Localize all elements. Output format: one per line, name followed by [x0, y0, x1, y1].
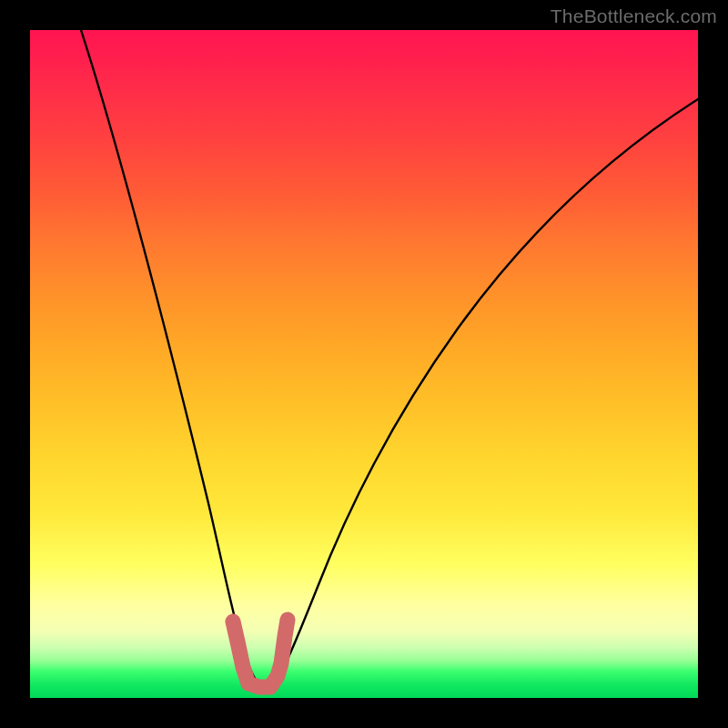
chart-frame: TheBottleneck.com — [0, 0, 728, 728]
bottleneck-curve — [81, 30, 698, 688]
curve-layer — [30, 30, 698, 698]
watermark-label: TheBottleneck.com — [551, 5, 717, 27]
highlight-band — [233, 620, 288, 687]
plot-area — [30, 30, 698, 698]
